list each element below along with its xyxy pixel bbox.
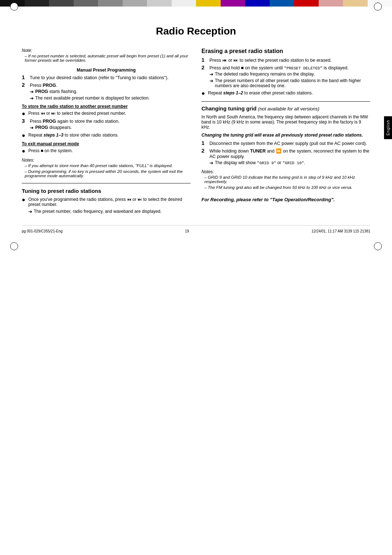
- step-1-content: Tune to your desired radio station (refe…: [30, 75, 191, 80]
- grid9-text: "GRID 9": [257, 161, 276, 165]
- notes2-text-2: – During programming, if no key is press…: [22, 169, 191, 178]
- notes2-label: Notes:: [22, 158, 191, 163]
- changing-heading: Changing tuning grid (not available for …: [201, 105, 370, 112]
- erase-step-1-content: Press ⏮ or ⏭ to select the preset radio …: [209, 57, 370, 63]
- changing-step-2-number: 2: [201, 147, 209, 154]
- warning-text: Changing the tuning grid will erase all …: [201, 133, 370, 138]
- divider-2: [201, 101, 370, 102]
- step-2-arrow-2-text: The next available preset number is disp…: [35, 96, 150, 101]
- erase-step-2-arrow-1-text: The deleted radio frequency remains on t…: [215, 72, 315, 77]
- top-bar-right: [196, 0, 392, 7]
- steps-bold: steps 1–3: [44, 133, 64, 138]
- arrow-icon-tuning: ➔: [28, 209, 32, 214]
- step-1-text: Tune to your desired radio station (refe…: [30, 75, 168, 80]
- prog-bold-2: PROG: [42, 119, 56, 124]
- notes3-block: Notes: – GRID 9 and GRID 10 indicate tha…: [201, 169, 370, 190]
- prog-bold-1: PROG: [42, 83, 56, 88]
- step-3-arrow-1-text: PROG disappears.: [35, 125, 72, 130]
- top-bar-left: [0, 0, 196, 7]
- step-1-number: 1: [22, 74, 30, 80]
- step-2-arrow-1: ➔ PROG starts flashing.: [30, 89, 191, 94]
- repeat-erase-text: Repeat steps 1–2 to erase other preset r…: [208, 90, 313, 96]
- store-bullet-text: Press ⏮ or ⏭ to select the desired prese…: [28, 111, 126, 116]
- note-label: Note:: [22, 48, 191, 53]
- step-3-text: Press PROG again to store the radio stat…: [30, 119, 119, 124]
- recording-note: For Recording, please refer to "Tape Ope…: [201, 197, 370, 202]
- erase-step-1-text: Press ⏮ or ⏭ to select the preset radio …: [209, 58, 332, 63]
- notes2-text-1: – If you attempt to store more than 40 p…: [22, 163, 191, 168]
- note-text: – If no preset number is selected, autom…: [22, 54, 191, 62]
- changing-heading-text: Changing tuning grid: [201, 105, 257, 112]
- exit-subheading-container: To exit manual preset mode: [22, 141, 191, 146]
- tuning-section: Tuning to preset radio stations ● Once y…: [22, 188, 191, 214]
- changing-step-1-number: 1: [201, 140, 209, 146]
- changing-step-1-text: Disconnect the system from the AC power …: [209, 141, 367, 146]
- erase-step-1-number: 1: [201, 57, 209, 63]
- erasing-heading: Erasing a preset radio station: [201, 48, 370, 54]
- bullet-icon-repeat: ●: [22, 133, 28, 138]
- grid10-text: "GRID 10": [282, 161, 304, 165]
- bullet-icon-exit: ●: [22, 148, 28, 154]
- notes3-label: Notes:: [201, 169, 370, 174]
- bullet-icon-tuning: ●: [22, 197, 28, 203]
- step-2-arrow-1-text: PROG starts flashing.: [35, 89, 77, 94]
- repeat-bullet-1-text: Repeat steps 1–3 to store other radio st…: [28, 133, 119, 138]
- repeat-bullet-1: ● Repeat steps 1–3 to store other radio …: [22, 133, 191, 138]
- tuning-bullet: ● Once you've programmed the radio stati…: [22, 197, 191, 207]
- step-2-content: Press PROG. ➔ PROG starts flashing. ➔ Th…: [30, 82, 191, 101]
- changing-intro: In North and South America, the frequenc…: [201, 114, 370, 130]
- arrow-icon-erase-1: ➔: [209, 72, 213, 77]
- arrow-icon-1: ➔: [30, 89, 34, 94]
- erase-step-2-text: Press and hold ■ on the system until "PR…: [209, 65, 348, 70]
- erase-step-1: 1 Press ⏮ or ⏭ to select the preset radi…: [201, 57, 370, 63]
- top-left-circle: [10, 3, 18, 11]
- changing-step-2-arrow: ➔ The display will show "GRID 9" or "GRI…: [209, 160, 370, 166]
- note-block: Note: – If no preset number is selected,…: [22, 48, 191, 62]
- step-2-text: Press PROG.: [30, 83, 57, 88]
- erase-step-2-number: 2: [201, 64, 209, 70]
- arrow-icon-erase-2: ➔: [209, 78, 213, 84]
- tuner-bold: TUNER: [250, 149, 266, 154]
- erasing-section: Erasing a preset radio station 1 Press ⏮…: [201, 48, 370, 96]
- erase-step-2-arrow-2-text: The preset numbers of all other preset r…: [215, 78, 370, 88]
- page-content: Radio Reception Note: – If no preset num…: [0, 15, 392, 248]
- changing-step-2: 2 While holding down TUNER and ⏩ on the …: [201, 148, 370, 166]
- bullet-icon-repeat-erase: ●: [201, 90, 208, 96]
- tuning-bullet-text: Once you've programmed the radio station…: [28, 197, 191, 207]
- content-wrapper: Note: – If no preset number is selected,…: [22, 48, 370, 214]
- step-3-number: 3: [22, 118, 30, 124]
- footer: pg 001-029/C355/21-Eng 19 12/24/01, 11:1…: [22, 225, 370, 233]
- steps-1-2: steps 1–2: [223, 90, 243, 96]
- step-2: 2 Press PROG. ➔ PROG starts flashing. ➔ …: [22, 82, 191, 101]
- arrow-icon-2: ➔: [30, 96, 34, 101]
- step-2-number: 2: [22, 82, 30, 88]
- erase-step-2-arrow-2: ➔ The preset numbers of all other preset…: [209, 78, 370, 88]
- step-3: 3 Press PROG again to store the radio st…: [22, 118, 191, 130]
- warning-em: Changing the tuning grid will erase all …: [201, 133, 363, 138]
- changing-step-2-arrow-text: The display will show "GRID 9" or "GRID …: [215, 160, 305, 165]
- recording-note-em: For Recording, please refer to "Tape Ope…: [201, 197, 335, 202]
- notes3-text-2: – The FM tuning grid also will be change…: [201, 185, 370, 190]
- manual-preset-heading: Manual Preset Programming: [22, 68, 191, 73]
- changing-step-1-content: Disconnect the system from the AC power …: [209, 141, 370, 146]
- erase-step-2: 2 Press and hold ■ on the system until "…: [201, 65, 370, 88]
- exit-bullet-text: Press ■ on the system.: [28, 148, 73, 153]
- store-subheading-container: To store the radio station to another pr…: [22, 104, 191, 109]
- bullet-icon-store: ●: [22, 111, 28, 117]
- arrow-icon-3: ➔: [30, 125, 34, 130]
- store-bullet: ● Press ⏮ or ⏭ to select the desired pre…: [22, 111, 191, 117]
- exit-subheading: To exit manual preset mode: [22, 141, 191, 146]
- top-right-circle: [374, 3, 382, 11]
- page-title: Radio Reception: [109, 25, 283, 37]
- footer-left: pg 001-029/C355/21-Eng: [22, 229, 62, 233]
- header-section: Radio Reception: [22, 22, 370, 44]
- store-subheading: To store the radio station to another pr…: [22, 104, 191, 109]
- erase-step-2-arrow-1: ➔ The deleted radio frequency remains on…: [209, 72, 370, 77]
- left-column: Note: – If no preset number is selected,…: [22, 48, 191, 214]
- arrow-icon-changing: ➔: [209, 160, 213, 166]
- step-3-arrow-1: ➔ PROG disappears.: [30, 125, 191, 130]
- top-color-bar: [0, 0, 392, 7]
- repeat-erase-bullet: ● Repeat steps 1–2 to erase other preset…: [201, 90, 370, 96]
- footer-code: 3139 115 21381: [344, 229, 370, 233]
- divider-1: [22, 183, 191, 183]
